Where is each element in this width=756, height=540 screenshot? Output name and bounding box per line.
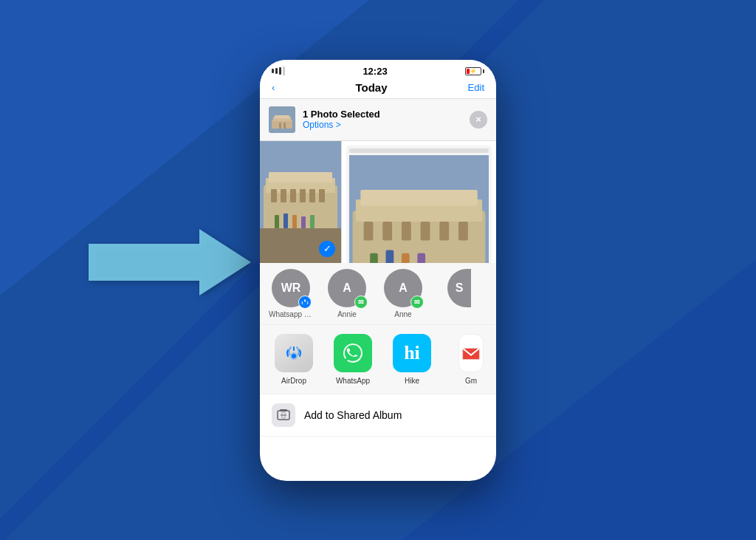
contact-name-a1: Annie [337,310,357,318]
hike-app-icon: hi [393,334,431,372]
whatsapp-app-label: WhatsApp [336,377,370,385]
contact-avatar-a1: A ✉ [328,269,366,307]
nav-back[interactable]: ‹ [272,82,275,93]
app-share-row: AirDrop WhatsApp hi Hike [260,325,496,394]
svg-rect-4 [275,115,289,118]
svg-rect-29 [402,221,411,240]
airdrop-icon-svg [282,341,306,365]
battery-lightning-icon: ⚡ [466,68,481,75]
photo-selected-checkmark: ✓ [319,241,335,257]
contact-avatar-a2: A ✉ [384,269,422,307]
mini-phone-frame [346,146,492,263]
app-item-hike[interactable]: hi Hike [387,334,437,385]
svg-rect-26 [360,190,477,205]
nav-bar: ‹ Today Edit [260,80,496,99]
battery-tip [483,69,484,73]
contact-item-a2[interactable]: A ✉ Anne [381,269,425,318]
action-row[interactable]: Add to Shared Album [260,394,496,437]
signal-bar-4 [283,66,285,75]
gmail-app-icon [458,334,484,372]
add-album-icon-svg [276,408,291,423]
share-close-button[interactable]: × [470,111,487,129]
contact-initials-a2: A [399,281,408,295]
mini-status-bar [349,148,489,153]
arrow-indicator [89,229,251,295]
gmail-icon-svg [459,341,483,366]
svg-rect-14 [300,189,306,202]
svg-rect-27 [364,221,374,240]
signal-bar-2 [275,68,278,74]
svg-rect-15 [309,189,315,202]
svg-rect-10 [269,172,332,182]
svg-rect-21 [301,216,306,228]
photo-preview-area: ✓ [260,141,496,263]
share-header: 1 Photo Selected Options > × [260,99,496,141]
share-thumbnail [269,106,295,133]
airdrop-badge-wr [298,295,312,309]
airdrop-badge-icon [301,298,309,306]
airdrop-app-label: AirDrop [281,377,306,385]
share-title: 1 Photo Selected [303,109,380,120]
svg-marker-0 [89,229,251,295]
airdrop-app-icon [275,334,313,372]
nav-edit-button[interactable]: Edit [468,82,484,93]
svg-rect-19 [284,213,288,228]
status-time: 12:23 [362,66,387,77]
battery-area: ⚡ [465,67,484,75]
signal-area [272,66,285,75]
svg-rect-30 [421,221,430,240]
thumbnail-image [269,106,295,133]
contact-name-wr: Whatsapp Who [269,310,313,318]
phone-preview-right [341,141,496,263]
message-badge-a1: ✉ [354,295,368,309]
status-bar: 12:23 ⚡ [260,60,496,80]
svg-point-39 [292,354,296,358]
svg-rect-20 [292,215,297,228]
gmail-app-label: Gm [465,377,477,385]
contact-item-a1[interactable]: A ✉ Annie [325,269,369,318]
contact-initials-wr: WR [281,281,301,295]
contact-item-s[interactable]: S [437,269,481,318]
app-item-gmail[interactable]: Gm [446,334,496,385]
contact-avatar-wr: WR [272,269,310,307]
hike-icon-text: hi [404,342,420,364]
svg-rect-6 [284,123,286,129]
app-item-whatsapp[interactable]: WhatsApp [328,334,378,385]
phone-frame: 12:23 ⚡ ‹ Today Edit [260,60,496,481]
svg-rect-22 [310,215,315,228]
svg-rect-13 [290,189,296,202]
svg-rect-37 [417,253,425,262]
svg-rect-28 [382,221,392,240]
whatsapp-app-icon [334,334,372,372]
svg-rect-34 [370,253,378,262]
svg-rect-18 [275,215,279,228]
whatsapp-icon-svg [340,341,365,366]
svg-rect-31 [439,221,449,240]
contact-row: WR Whatsapp Who A ✉ Annie A [260,263,496,325]
svg-rect-11 [271,189,277,202]
message-badge-a2: ✉ [410,295,424,309]
contact-initials-a1: A [343,281,351,295]
mini-photo [349,155,489,263]
app-item-airdrop[interactable]: AirDrop [269,334,319,385]
svg-rect-44 [280,409,287,411]
svg-rect-36 [402,253,410,262]
nav-title: Today [355,81,387,94]
share-info: 1 Photo Selected Options > [303,109,380,130]
share-header-info: 1 Photo Selected Options > [269,106,380,133]
battery-body: ⚡ [465,67,481,75]
svg-rect-16 [319,189,325,202]
mini-colosseum [349,155,489,263]
photo-left[interactable]: ✓ [260,141,341,263]
svg-rect-12 [281,189,286,202]
signal-bar-3 [279,67,281,75]
add-album-label: Add to Shared Album [304,409,402,421]
svg-rect-5 [279,123,281,129]
contact-avatar-s-partial: S [447,269,471,307]
add-album-icon [272,403,295,427]
svg-rect-35 [386,250,394,263]
svg-rect-32 [458,221,468,240]
contact-item-wr[interactable]: WR Whatsapp Who [269,269,313,318]
hike-app-label: Hike [405,377,419,385]
share-options-button[interactable]: Options > [303,120,380,130]
